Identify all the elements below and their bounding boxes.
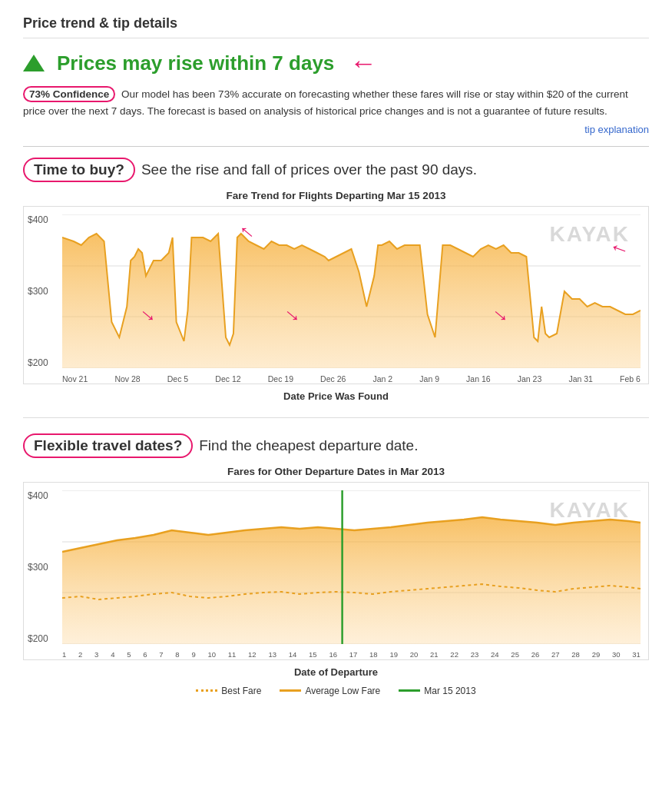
- departure-x-axis-title: Date of Departure: [23, 666, 649, 678]
- tip-explanation-link[interactable]: tip explanation: [23, 122, 649, 138]
- svg-marker-4: [62, 234, 641, 368]
- price-rise-text: Prices may rise within 7 days: [57, 51, 334, 75]
- flexible-description: Find the cheapest departure date.: [199, 437, 418, 454]
- legend-avg-low-label: Average Low Fare: [305, 686, 380, 696]
- page-title: Price trend & tip details: [23, 15, 649, 38]
- flexible-travel-row: Flexible travel dates? Find the cheapest…: [23, 433, 649, 458]
- flexible-label: Flexible travel dates?: [23, 433, 193, 458]
- fare-trend-x-axis: Nov 21 Nov 28 Dec 5 Dec 12 Dec 19 Dec 26…: [62, 371, 641, 384]
- pink-arrow-icon: ←: [349, 49, 377, 77]
- legend-mar15-label: Mar 15 2013: [424, 686, 475, 696]
- fare-trend-y-axis: $400 $300 $200: [28, 214, 48, 368]
- legend-avg-low: Average Low Fare: [280, 686, 380, 696]
- section-divider: [23, 417, 649, 418]
- fare-trend-x-axis-title: Date Price Was Found: [23, 390, 649, 402]
- confidence-block: 73% Confidence Our model has been 73% ac…: [23, 86, 649, 147]
- up-arrow-icon: [23, 55, 45, 71]
- fare-trend-chart-area: $400 $300 $200 KAYAK → → → → →: [62, 214, 641, 384]
- departure-x-axis: 1 2 3 4 5 6 7 8 9 10 11 12 13 14 15 16 1…: [62, 647, 641, 659]
- departure-chart-title: Fares for Other Departure Dates in Mar 2…: [23, 466, 649, 477]
- departure-chart-area: $400 $300 $200 KAYAK: [62, 490, 641, 659]
- fare-trend-chart-title: Fare Trend for Flights Departing Mar 15 …: [23, 190, 649, 201]
- departure-y-axis: $400 $300 $200: [28, 490, 48, 644]
- departure-chart-container: $400 $300 $200 KAYAK: [23, 482, 649, 660]
- fare-trend-svg: [62, 214, 641, 368]
- time-to-buy-label: Time to buy?: [23, 158, 135, 182]
- legend-mar15: Mar 15 2013: [399, 686, 475, 696]
- legend-mar15-icon: [399, 689, 420, 692]
- fare-trend-chart-container: $400 $300 $200 KAYAK → → → → →: [23, 206, 649, 384]
- departure-chart-svg: [62, 490, 641, 644]
- time-to-buy-description: See the rise and fall of prices over the…: [141, 161, 477, 178]
- legend-best-fare: Best Fare: [196, 686, 261, 696]
- legend-avg-low-icon: [280, 689, 301, 692]
- price-rise-row: Prices may rise within 7 days ←: [23, 49, 649, 77]
- confidence-label: 73% Confidence: [23, 86, 115, 102]
- legend-best-fare-label: Best Fare: [221, 686, 261, 696]
- legend-best-fare-icon: [196, 689, 217, 692]
- chart-legend: Best Fare Average Low Fare Mar 15 2013: [23, 686, 649, 696]
- time-to-buy-row: Time to buy? See the rise and fall of pr…: [23, 158, 649, 182]
